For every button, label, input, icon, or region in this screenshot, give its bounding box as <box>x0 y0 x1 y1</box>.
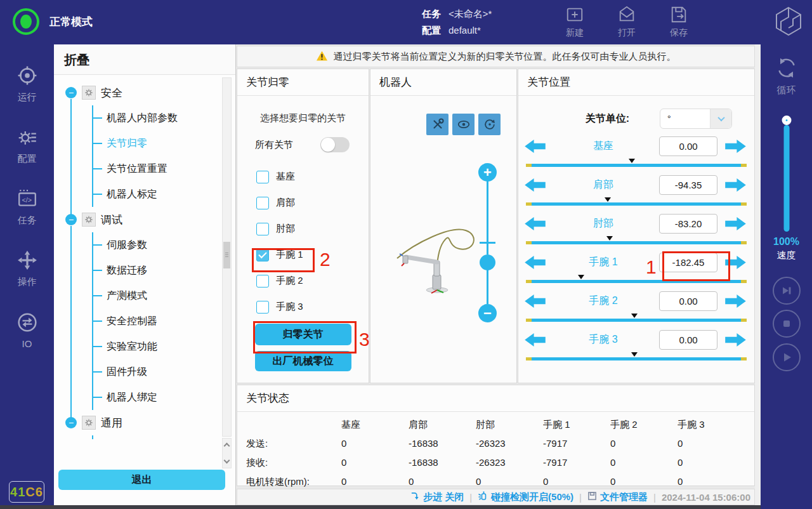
joint-decrease-arrow[interactable] <box>525 294 547 308</box>
collapse-minus-icon[interactable]: − <box>65 214 77 225</box>
tree-item[interactable]: 机器人内部参数 <box>93 105 220 131</box>
status-value: 0 <box>678 453 745 472</box>
joint-value-field[interactable]: 0.00 <box>659 136 717 156</box>
tree-item[interactable]: 机器人绑定 <box>93 385 220 410</box>
tree-item[interactable]: 伺服参数 <box>93 232 220 258</box>
joint-increase-arrow[interactable] <box>725 178 748 192</box>
nav-item-task[interactable]: </> 任务 <box>0 176 54 238</box>
rotate-view-button[interactable] <box>478 114 501 135</box>
joint-value-field[interactable]: 0.00 <box>659 330 717 350</box>
exit-button[interactable]: 退出 <box>58 470 225 490</box>
speed-slider-track[interactable] <box>783 125 789 232</box>
tree-item[interactable]: 固件升级 <box>93 359 220 385</box>
zero-subtitle: 选择想要归零的关节 <box>237 112 369 124</box>
factory-zero-button[interactable]: 出厂机械零位 <box>255 351 351 371</box>
joint-decrease-arrow[interactable] <box>525 178 547 192</box>
annotation-box-2 <box>252 248 315 272</box>
tree-connector <box>93 270 102 271</box>
joint-checkbox-row[interactable]: 肘部 <box>256 216 369 242</box>
joint-checkbox-row[interactable]: 手腕 3 <box>256 294 369 320</box>
step-mode-item[interactable]: 步进 关闭 <box>410 491 464 503</box>
tree-collapse-header[interactable]: 折叠 <box>54 44 235 75</box>
nav-item-config[interactable]: 配置 <box>0 115 54 176</box>
joint-increase-arrow[interactable] <box>725 294 748 308</box>
joint-slider[interactable] <box>526 315 747 323</box>
new-task-button[interactable]: 新建 <box>557 5 593 39</box>
tree-item[interactable]: 安全控制器 <box>93 308 220 334</box>
nav-item-io[interactable]: IO <box>0 300 54 361</box>
joint-value-field[interactable]: 0.00 <box>659 291 717 311</box>
joint-unit-dropdown[interactable]: ° <box>660 109 732 129</box>
loop-mode-item[interactable]: 循环 <box>761 56 812 96</box>
scroll-down-icon[interactable] <box>224 458 230 464</box>
tree-item[interactable]: 关节位置重置 <box>93 156 220 182</box>
visibility-eye-button[interactable] <box>452 114 475 135</box>
tree-connector <box>93 194 102 195</box>
step-forward-button[interactable] <box>773 277 801 305</box>
joint-value-field[interactable]: -94.35 <box>659 175 717 195</box>
tree-item[interactable]: 关节归零 <box>93 131 220 156</box>
joint-slider[interactable] <box>526 161 747 168</box>
tree-item[interactable]: 实验室功能 <box>93 334 220 359</box>
zoom-slider-handle[interactable] <box>480 255 495 270</box>
joint-decrease-arrow[interactable] <box>525 216 547 231</box>
joint-name: 手腕 1 <box>547 256 659 269</box>
checkbox[interactable] <box>256 197 269 209</box>
task-config-block: 任务<未命名>* 配置default* <box>422 6 492 39</box>
config-gear-icon <box>17 127 37 149</box>
checkbox[interactable] <box>256 223 269 235</box>
checkbox[interactable] <box>256 275 269 288</box>
joint-slider[interactable] <box>526 354 747 362</box>
tree-item[interactable]: 产测模式 <box>93 283 220 308</box>
tools-button[interactable] <box>426 114 449 135</box>
joint-position-panel: 关节位置 关节单位: ° 基座0.00肩部-94.35肘部-83.20手腕 1-… <box>518 69 755 383</box>
io-arrows-icon <box>17 312 37 334</box>
collision-detect-item[interactable]: 碰撞检测开启(50%) <box>478 491 573 503</box>
joint-value-field[interactable]: -83.20 <box>659 214 717 234</box>
save-task-button[interactable]: 保存 <box>661 5 697 39</box>
zoom-slider-tick <box>480 242 495 244</box>
nav-item-operate[interactable]: 操作 <box>0 238 54 300</box>
open-task-button[interactable]: 打开 <box>609 5 645 39</box>
checkbox[interactable] <box>256 301 269 314</box>
zoom-out-button[interactable]: − <box>478 304 497 322</box>
joint-decrease-arrow[interactable] <box>525 333 547 347</box>
tree-scrollbar[interactable] <box>222 77 232 437</box>
tree-item-label: 实验室功能 <box>107 340 157 354</box>
tree-item[interactable]: 机器人标定 <box>93 182 220 207</box>
tree-group-row[interactable]: −通用 <box>54 410 220 435</box>
dropdown-button[interactable] <box>710 109 731 128</box>
tree-item[interactable]: 数据迁移 <box>93 258 220 283</box>
joint-slider[interactable] <box>526 238 747 246</box>
stop-button[interactable] <box>773 310 801 338</box>
collapse-minus-icon[interactable]: − <box>65 417 77 428</box>
joint-decrease-arrow[interactable] <box>525 255 547 270</box>
speed-slider-handle[interactable] <box>782 116 791 125</box>
joint-increase-arrow[interactable] <box>725 139 748 154</box>
tree-item[interactable]: MDH参数 <box>93 435 220 439</box>
loop-icon <box>775 56 799 82</box>
slider-track <box>526 241 747 244</box>
joint-slider[interactable] <box>526 199 747 207</box>
robot-view-panel: 机器人 + <box>370 69 517 383</box>
all-joints-toggle[interactable] <box>320 137 350 152</box>
mode-label: 正常模式 <box>49 15 93 29</box>
joint-decrease-arrow[interactable] <box>525 139 547 154</box>
checkbox[interactable] <box>256 171 269 183</box>
nav-item-run[interactable]: 运行 <box>0 53 54 115</box>
joint-row: 基座0.00 <box>518 131 754 170</box>
file-manager-item[interactable]: 文件管理器 <box>587 491 648 503</box>
joint-increase-arrow[interactable] <box>725 333 748 347</box>
zoom-in-button[interactable]: + <box>478 163 497 182</box>
joint-increase-arrow[interactable] <box>725 216 748 231</box>
joint-checkbox-row[interactable]: 肩部 <box>256 190 369 216</box>
joint-checkbox-row[interactable]: 基座 <box>256 164 369 190</box>
play-button[interactable] <box>773 343 801 371</box>
scroll-up-icon[interactable] <box>224 443 230 449</box>
loop-label: 循环 <box>777 84 796 96</box>
tree-group-row[interactable]: −安全 <box>54 80 220 105</box>
nav-label-run: 运行 <box>18 91 37 103</box>
scrollbar-thumb[interactable] <box>223 242 230 268</box>
collapse-minus-icon[interactable]: − <box>65 87 77 98</box>
tree-group-row[interactable]: −调试 <box>54 207 220 232</box>
